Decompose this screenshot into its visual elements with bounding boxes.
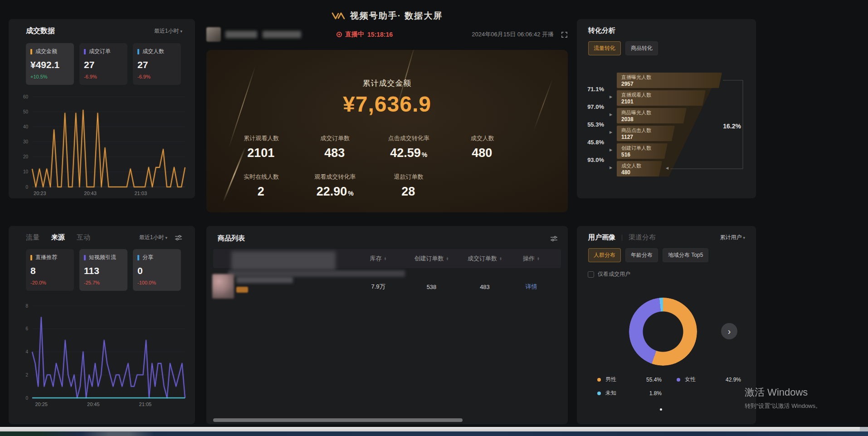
funnel-conversion-rate: 45.8% — [579, 139, 604, 146]
stat-value: 483 — [324, 146, 345, 160]
traffic-trend-chart: 0246820:2520:4521:05 — [11, 303, 192, 410]
carousel-next-button[interactable]: › — [721, 323, 737, 339]
funnel-stage[interactable]: 直播观看人数2101 — [617, 90, 706, 106]
host-row: 直播中 15:18:16 2024年06月15日 06:06:42 开播 — [206, 26, 568, 43]
funnel-stage[interactable]: 成交人数480 — [617, 161, 662, 176]
fullscreen-icon[interactable] — [561, 31, 568, 38]
product-list-scrollbar[interactable] — [213, 418, 463, 422]
funnel-stage[interactable]: 商品点击人数1127 — [617, 126, 675, 141]
conversion-panel-title: 转化分析 — [588, 26, 615, 35]
metric-card[interactable]: 分享0-100.0% — [133, 249, 181, 291]
sort-icon: ▲▼ — [446, 257, 449, 260]
funnel-stage[interactable]: 创建订单人数516 — [617, 143, 668, 159]
subtab-age-distribution[interactable]: 年龄分布 — [625, 248, 658, 262]
carousel-dot-indicator[interactable] — [660, 408, 662, 411]
legend-item[interactable]: 女性42.9% — [670, 376, 749, 383]
deal-users-filter: 仅看成交用户 — [588, 270, 756, 278]
page-title: 视频号助手· 数据大屏 — [350, 10, 443, 22]
series-color-bar — [30, 49, 32, 54]
product-list-panel: 商品列表 库存▲▼ 创建订单数▲▼ 成交订单数▲▼ 操作▲▼ 7.9万 538 … — [206, 226, 568, 424]
column-deal-orders[interactable]: 成交订单数▲▼ — [460, 255, 510, 263]
svg-text:2: 2 — [25, 372, 28, 377]
traffic-panel: 流量 来源 互动 最近1小时▾ 直播推荐8-20.0%短视频引流113-25.7… — [9, 226, 195, 424]
svg-text:40: 40 — [23, 124, 29, 129]
product-filter-sliders-icon[interactable] — [550, 235, 558, 242]
column-action[interactable]: 操作▲▼ — [510, 255, 553, 263]
stat-label: 退款订单数 — [372, 173, 446, 181]
funnel-overall-rate: 16.2% — [713, 122, 741, 130]
svg-text:60: 60 — [23, 94, 29, 99]
metric-delta: -100.0% — [137, 280, 176, 285]
deal-data-panel: 成交数据 最近1小时▾ 成交金额¥492.1+10.5%成交订单27-6.9%成… — [9, 19, 195, 198]
traffic-metric-cards: 直播推荐8-20.0%短视频引流113-25.7%分享0-100.0% — [26, 249, 195, 291]
funnel-stage-label: 创建订单人数 — [621, 145, 668, 152]
funnel-overall-arrow-icon: ◀ — [666, 166, 668, 170]
product-thumbnail — [212, 274, 234, 299]
filter-sliders-icon[interactable] — [175, 235, 182, 241]
metric-label: 短视频引流 — [89, 254, 123, 261]
stat-label: 累计观看人数 — [224, 134, 298, 142]
metric-card[interactable]: 短视频引流113-25.7% — [79, 249, 127, 291]
tab-product-conversion[interactable]: 商品转化 — [625, 41, 658, 55]
traffic-range-dropdown[interactable]: 最近1小时▾ — [139, 234, 167, 241]
legend-item[interactable]: 未知1.8% — [590, 389, 670, 397]
metric-card[interactable]: 成交订单27-6.9% — [79, 43, 127, 85]
redacted-block — [231, 251, 336, 270]
detail-link[interactable]: 详情 — [510, 283, 553, 291]
scrollbar-notch[interactable] — [860, 427, 868, 431]
live-dot-icon — [336, 32, 342, 37]
checkbox-label: 仅看成交用户 — [598, 270, 630, 278]
taskbar-edge — [0, 431, 868, 436]
metric-card[interactable]: 成交金额¥492.1+10.5% — [26, 43, 74, 85]
cell-deal-orders: 483 — [460, 284, 510, 290]
traffic-tabs: 流量 来源 互动 — [26, 233, 90, 242]
tab-channel-distribution[interactable]: 渠道分布 — [629, 233, 656, 242]
avatar — [206, 27, 221, 42]
deal-panel-title: 成交数据 — [26, 26, 55, 36]
funnel-step-arrow-icon: ▶ — [610, 95, 612, 99]
svg-text:6: 6 — [25, 326, 28, 331]
legend-label: 未知 — [605, 389, 616, 397]
metric-card[interactable]: 直播推荐8-20.0% — [26, 249, 74, 291]
legend-value: 55.4% — [646, 377, 662, 383]
metric-card[interactable]: 成交人数27-6.9% — [133, 43, 181, 85]
subtab-crowd-distribution[interactable]: 人群分布 — [588, 248, 621, 262]
funnel-conversion-rate: 55.3% — [579, 121, 604, 128]
donut-legend: 男性55.4%女性42.9%未知1.8% — [590, 376, 749, 397]
horizontal-scrollbar[interactable] — [0, 427, 868, 431]
funnel-stage-label: 商品点击人数 — [621, 127, 675, 134]
stat-label: 观看成交转化率 — [298, 173, 372, 181]
svg-text:20:23: 20:23 — [34, 191, 46, 196]
column-created-orders[interactable]: 创建订单数▲▼ — [403, 255, 460, 263]
legend-value: 1.8% — [649, 390, 662, 397]
sort-icon: ▲▼ — [384, 257, 387, 260]
metric-label: 成交人数 — [142, 48, 176, 55]
tab-interaction[interactable]: 互动 — [77, 233, 90, 242]
gender-donut-chart — [629, 298, 697, 366]
metric-value: 0 — [137, 265, 176, 276]
deal-users-checkbox[interactable] — [588, 271, 594, 278]
tab-traffic[interactable]: 流量 — [26, 233, 39, 242]
tab-traffic-conversion[interactable]: 流量转化 — [588, 41, 621, 55]
subtab-region-top5[interactable]: 地域分布 Top5 — [663, 248, 708, 262]
tab-source[interactable]: 来源 — [51, 233, 65, 242]
svg-text:20:25: 20:25 — [35, 402, 48, 407]
user-range-dropdown[interactable]: 累计用户▾ — [720, 234, 745, 241]
conversion-funnel-chart: 直播曝光人数2957直播观看人数210171.1%▶商品曝光人数203897.0… — [577, 73, 756, 195]
funnel-stage[interactable]: 直播曝光人数2957 — [617, 73, 722, 88]
funnel-stage-value: 2957 — [621, 81, 722, 87]
live-time: 15:18:16 — [367, 31, 393, 38]
stat-value: 480 — [472, 146, 492, 160]
funnel-stage-label: 直播观看人数 — [621, 92, 706, 98]
cell-created-orders: 538 — [403, 284, 460, 290]
stat-value: 2101 — [247, 146, 274, 160]
legend-item[interactable]: 男性55.4% — [590, 376, 670, 383]
column-stock[interactable]: 库存▲▼ — [353, 255, 403, 263]
summary-stats-grid: 累计观看人数2101成交订单数483点击成交转化率42.59%成交人数480实时… — [224, 134, 519, 199]
funnel-stage[interactable]: 商品曝光人数2038 — [617, 108, 687, 123]
tab-user-portrait[interactable]: 用户画像 — [588, 233, 615, 242]
deal-range-dropdown[interactable]: 最近1小时▾ — [154, 27, 182, 35]
metric-value: ¥492.1 — [30, 59, 69, 70]
series-color-bar — [137, 49, 139, 54]
funnel-stage-value: 516 — [621, 152, 668, 158]
